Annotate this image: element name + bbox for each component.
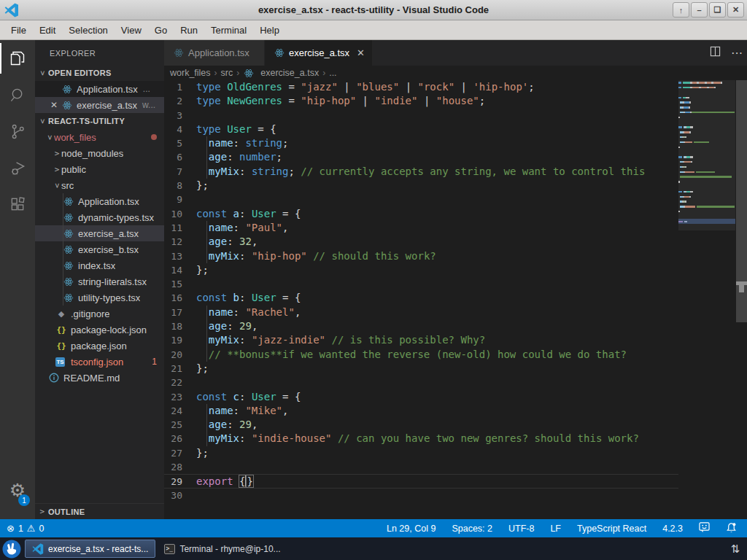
- status-item[interactable]: Ln 29, Col 9: [387, 524, 436, 534]
- maximize-button[interactable]: ❏: [709, 2, 726, 18]
- file-tree-item[interactable]: string-literals.tsx: [35, 273, 164, 289]
- breadcrumb-segment[interactable]: ...: [329, 68, 336, 78]
- project-header[interactable]: > REACT-TS-UTILITY: [35, 113, 164, 129]
- code-line[interactable]: 15: [164, 277, 678, 291]
- code-line[interactable]: 16const b: User = {: [164, 291, 678, 305]
- file-tree-item[interactable]: >public: [35, 161, 164, 177]
- breadcrumb-segment[interactable]: work_files: [170, 68, 211, 78]
- file-tree-item[interactable]: ◆.gitignore: [35, 306, 164, 322]
- taskbar-window-button[interactable]: exercise_a.tsx - react-ts...: [25, 540, 155, 558]
- status-item[interactable]: Spaces: 2: [452, 524, 492, 534]
- minimap[interactable]: [678, 80, 735, 519]
- code-line[interactable]: 11 name: "Paul",: [164, 221, 678, 235]
- close-icon[interactable]: ✕: [357, 47, 365, 58]
- file-tree-item[interactable]: >work_files: [35, 129, 164, 145]
- code-line[interactable]: 20 // **bonus**if we wanted the reverse …: [164, 348, 678, 362]
- close-icon[interactable]: ✕: [48, 100, 60, 110]
- code-line[interactable]: 1type OldGenres = "jazz" | "blues" | "ro…: [164, 80, 678, 94]
- file-tree-item[interactable]: exercise_a.tsx: [35, 225, 164, 241]
- run-debug-icon[interactable]: [0, 149, 35, 186]
- line-number: 15: [164, 277, 196, 291]
- code-line[interactable]: 6 age: number;: [164, 150, 678, 164]
- code-line[interactable]: 10const a: User = {: [164, 207, 678, 221]
- status-item[interactable]: UTF-8: [508, 524, 534, 534]
- file-tree-item[interactable]: exercise_b.tsx: [35, 241, 164, 257]
- menu-view[interactable]: View: [115, 22, 148, 39]
- file-tree-item[interactable]: TStsconfig.json1: [35, 354, 164, 370]
- error-count-badge: 1: [152, 357, 157, 367]
- feedback-smiley-icon[interactable]: [699, 522, 710, 534]
- menu-run[interactable]: Run: [174, 22, 204, 39]
- problems-status[interactable]: ⊗ 1 ⚠ 0: [0, 523, 44, 534]
- line-number: 6: [164, 150, 196, 164]
- code-area[interactable]: 1type OldGenres = "jazz" | "blues" | "ro…: [164, 80, 678, 519]
- code-line[interactable]: 26 myMix: "indie-house" // can you have …: [164, 432, 678, 446]
- file-tree-item[interactable]: index.tsx: [35, 257, 164, 273]
- code-line[interactable]: 23const c: User = {: [164, 390, 678, 404]
- open-editors-header[interactable]: > OPEN EDITORS: [35, 65, 164, 81]
- explorer-icon[interactable]: [0, 40, 35, 77]
- react-icon: [243, 69, 255, 78]
- close-button[interactable]: ✕: [727, 2, 744, 18]
- menu-help[interactable]: Help: [253, 22, 286, 39]
- code-line[interactable]: 12 age: 32,: [164, 235, 678, 249]
- taskbar-window-button[interactable]: >_Terminal - rhyme@ip-10...: [158, 540, 287, 558]
- tab-exercise_a-tsx[interactable]: exercise_a.tsx✕: [265, 40, 373, 66]
- status-item[interactable]: 4.2.3: [662, 524, 683, 534]
- minimize-button[interactable]: –: [691, 2, 708, 18]
- notifications-bell-icon[interactable]: [726, 522, 737, 535]
- status-item[interactable]: LF: [550, 524, 561, 534]
- code-line[interactable]: 28: [164, 460, 678, 474]
- shade-button[interactable]: ↑: [673, 2, 689, 18]
- code-line[interactable]: 2type NewGenres = "hip-hop" | "indie" | …: [164, 94, 678, 108]
- breadcrumb-segment[interactable]: src: [221, 68, 233, 78]
- code-line[interactable]: 21};: [164, 362, 678, 376]
- code-line[interactable]: 8};: [164, 179, 678, 192]
- status-item[interactable]: TypeScript React: [577, 524, 646, 534]
- code-line[interactable]: 13 myMix: "hip-hop" // should this work?: [164, 249, 678, 263]
- menu-terminal[interactable]: Terminal: [204, 22, 253, 39]
- open-editor-item[interactable]: Application.tsx...: [35, 81, 164, 97]
- overview-ruler[interactable]: [735, 80, 747, 519]
- split-editor-icon[interactable]: [710, 46, 721, 60]
- source-control-icon[interactable]: [0, 113, 35, 149]
- file-tree-item[interactable]: utility-types.tsx: [35, 289, 164, 306]
- file-tree-item[interactable]: {}package.json: [35, 338, 164, 354]
- settings-gear-icon[interactable]: ⚙ 1: [0, 474, 35, 506]
- code-line[interactable]: 17 name: "Rachel",: [164, 306, 678, 319]
- code-line[interactable]: 7 myMix: string; // currently accepts an…: [164, 165, 678, 179]
- code-line[interactable]: 9: [164, 192, 678, 206]
- file-tree-item[interactable]: dynamic-types.tsx: [35, 209, 164, 225]
- code-line[interactable]: 22: [164, 376, 678, 389]
- menu-go[interactable]: Go: [148, 22, 174, 39]
- file-tree-item[interactable]: >node_modules: [35, 145, 164, 161]
- more-actions-icon[interactable]: ⋯: [731, 46, 743, 60]
- file-tree-item[interactable]: Application.tsx: [35, 193, 164, 209]
- code-line[interactable]: 18 age: 29,: [164, 319, 678, 333]
- breadcrumb-segment[interactable]: exercise_a.tsx: [260, 68, 319, 78]
- menu-edit[interactable]: Edit: [33, 22, 62, 39]
- start-menu-button[interactable]: [1, 538, 23, 560]
- code-line[interactable]: 27};: [164, 446, 678, 460]
- extensions-icon[interactable]: [0, 186, 35, 222]
- menu-selection[interactable]: Selection: [62, 22, 114, 39]
- search-icon[interactable]: [0, 77, 35, 113]
- code-line[interactable]: 4type User = {: [164, 122, 678, 136]
- file-tree-item[interactable]: {}package-lock.json: [35, 322, 164, 338]
- file-tree-item[interactable]: README.md: [35, 370, 164, 386]
- code-line[interactable]: 3: [164, 109, 678, 122]
- open-editor-item[interactable]: ✕exercise_a.tsxw...: [35, 97, 164, 113]
- code-line[interactable]: 25 age: 29,: [164, 418, 678, 432]
- code-line[interactable]: 29export {}: [164, 474, 678, 488]
- code-line[interactable]: 14};: [164, 263, 678, 277]
- code-line[interactable]: 5 name: string;: [164, 136, 678, 150]
- code-line[interactable]: 24 name: "Mike",: [164, 404, 678, 418]
- outline-header[interactable]: > OUTLINE: [35, 503, 164, 519]
- menu-file[interactable]: File: [4, 22, 33, 39]
- file-tree-item[interactable]: >src: [35, 177, 164, 193]
- code-line[interactable]: 30: [164, 489, 678, 502]
- code-line[interactable]: 19 myMix: "jazz-indie" // is this possib…: [164, 333, 678, 347]
- breadcrumb[interactable]: work_files›src›exercise_a.tsx›...: [164, 66, 747, 80]
- tab-application-tsx[interactable]: Application.tsx: [164, 40, 265, 66]
- tray-sort-arrows-icon[interactable]: ⇅: [730, 542, 740, 556]
